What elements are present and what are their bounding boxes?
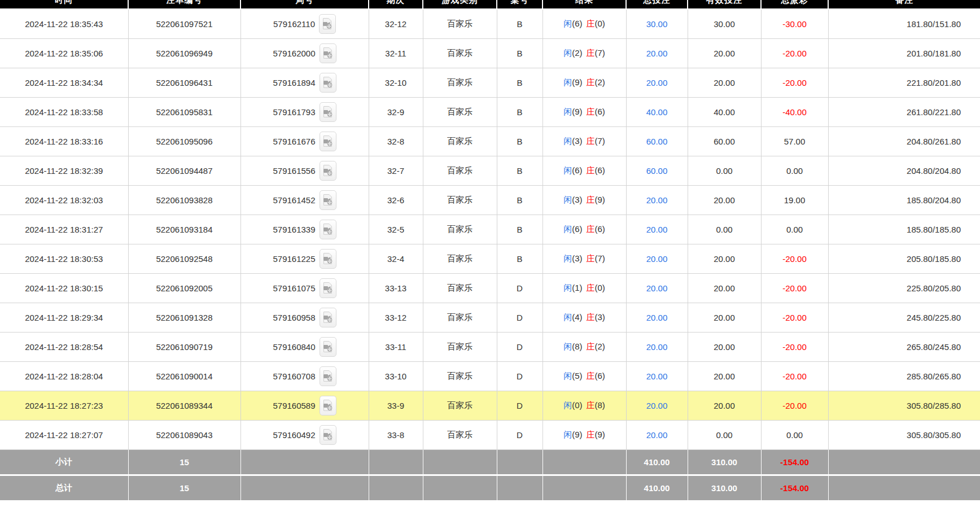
table-row[interactable]: 2024-11-22 18:35:06 522061096949 5791620… [0, 38, 980, 68]
period-cell: 33-12 [369, 303, 423, 332]
video-replay-button[interactable] [320, 43, 336, 63]
round-wrap: 579160492 [243, 425, 366, 445]
balance: 201.80/181.80 [828, 38, 980, 68]
table-row[interactable]: 2024-11-22 18:28:04 522061090014 5791607… [0, 361, 980, 391]
video-replay-button[interactable] [320, 425, 336, 445]
round-no: 579160589 [273, 401, 315, 410]
col-header-game-type-label: 游戏类别 [423, 0, 496, 6]
total-bet[interactable]: 20.00 [626, 185, 688, 215]
subtotal-round-empty [240, 449, 369, 475]
table-row[interactable]: 2024-11-22 18:33:16 522061095096 5791616… [0, 126, 980, 156]
video-replay-button[interactable] [320, 396, 336, 416]
round-no: 579161452 [273, 195, 315, 205]
table-row[interactable]: 2024-11-22 18:35:43 522061097521 5791621… [0, 9, 980, 38]
result-banker-score: (8) [595, 400, 605, 410]
video-replay-button[interactable] [320, 73, 336, 93]
total-bet[interactable]: 30.00 [626, 9, 688, 38]
time-cell: 2024-11-22 18:33:58 [0, 97, 128, 126]
table-row[interactable]: 2024-11-22 18:28:54 522061090719 5791608… [0, 332, 980, 361]
total-bet[interactable]: 20.00 [626, 361, 688, 391]
time-cell: 2024-11-22 18:35:06 [0, 38, 128, 68]
payout: -30.00 [761, 9, 828, 38]
result-banker-label: 庄 [587, 19, 595, 28]
total-bet[interactable]: 40.00 [626, 97, 688, 126]
total-bet[interactable]: 20.00 [626, 420, 688, 449]
total-bet[interactable]: 20.00 [626, 38, 688, 68]
video-replay-button[interactable] [320, 366, 336, 386]
total-bet[interactable]: 20.00 [626, 273, 688, 303]
total-bet[interactable]: 20.00 [626, 244, 688, 273]
time-cell: 2024-11-22 18:27:07 [0, 420, 128, 449]
result-cell: 闲(9)庄(9) [542, 420, 626, 449]
video-replay-button[interactable] [320, 102, 336, 122]
result-banker-score: (6) [595, 224, 605, 234]
col-header-period-label: 期次 [369, 0, 422, 6]
balance: 204.80/204.80 [828, 156, 980, 185]
period-cell: 32-12 [369, 9, 423, 38]
result-banker-score: (0) [595, 19, 605, 28]
grand-total-label: 总计 [0, 475, 128, 500]
total-bet[interactable]: 60.00 [626, 126, 688, 156]
game-type: 百家乐 [423, 273, 497, 303]
balance: 181.80/151.80 [828, 9, 980, 38]
table-row[interactable]: 2024-11-22 18:30:53 522061092548 5791612… [0, 244, 980, 273]
video-replay-button[interactable] [320, 249, 336, 269]
table-row[interactable]: 2024-11-22 18:27:07 522061089043 5791604… [0, 420, 980, 449]
period-cell: 33-8 [369, 420, 423, 449]
total-bet[interactable]: 20.00 [626, 303, 688, 332]
time-cell: 2024-11-22 18:35:43 [0, 9, 128, 38]
video-replay-button[interactable] [320, 220, 336, 239]
table-code: B [497, 185, 542, 215]
result-banker-label: 庄 [587, 283, 595, 292]
table-row[interactable]: 2024-11-22 18:30:15 522061092005 5791610… [0, 273, 980, 303]
header-row: 时间 注单编号 局号 期次 游戏类别 桌号 结果 总投注 有效投注 总派彩 备注 [0, 0, 980, 9]
video-replay-button[interactable] [320, 278, 336, 298]
game-type: 百家乐 [423, 185, 497, 215]
round-no: 579160492 [273, 430, 315, 440]
total-bet[interactable]: 60.00 [626, 156, 688, 185]
subtotal-label: 小计 [0, 449, 128, 475]
subtotal-valid-bet: 310.00 [688, 449, 761, 475]
col-header-period: 期次 [369, 0, 423, 9]
video-replay-button[interactable] [320, 308, 336, 327]
time-cell: 2024-11-22 18:27:23 [0, 391, 128, 420]
video-replay-button[interactable] [320, 337, 336, 357]
table-row[interactable]: 2024-11-22 18:31:27 522061093184 5791613… [0, 215, 980, 244]
col-header-valid-bet-label: 有效投注 [688, 0, 760, 6]
video-replay-button[interactable] [320, 161, 336, 181]
period-cell: 33-9 [369, 391, 423, 420]
table-row[interactable]: 2024-11-22 18:33:58 522061095831 5791617… [0, 97, 980, 126]
table-row[interactable]: 2024-11-22 18:27:23 522061089344 5791605… [0, 391, 980, 420]
period-cell: 32-11 [369, 38, 423, 68]
round-cell: 579160958 [240, 303, 369, 332]
video-replay-icon [322, 194, 333, 205]
order-no: 522061093828 [128, 185, 240, 215]
video-replay-button[interactable] [320, 190, 336, 210]
result-player-score: (5) [572, 371, 582, 381]
balance: 225.80/205.80 [828, 273, 980, 303]
result-banker-label: 庄 [587, 48, 595, 58]
valid-bet: 60.00 [688, 126, 761, 156]
grand-total-remark-empty [828, 475, 980, 500]
time-cell: 2024-11-22 18:29:34 [0, 303, 128, 332]
total-bet[interactable]: 20.00 [626, 391, 688, 420]
round-cell: 579162000 [240, 38, 369, 68]
table-row[interactable]: 2024-11-22 18:32:39 522061094487 5791615… [0, 156, 980, 185]
table-row[interactable]: 2024-11-22 18:32:03 522061093828 5791614… [0, 185, 980, 215]
video-replay-button[interactable] [319, 14, 336, 34]
round-no: 579161676 [273, 137, 315, 146]
total-bet[interactable]: 20.00 [626, 332, 688, 361]
payout: 0.00 [761, 156, 828, 185]
col-header-remark: 备注 [828, 0, 980, 9]
result-banker-label: 庄 [587, 195, 595, 204]
result-player-score: (3) [572, 253, 582, 263]
time-cell: 2024-11-22 18:31:27 [0, 215, 128, 244]
result-player-label: 闲 [563, 312, 572, 322]
game-type: 百家乐 [423, 391, 497, 420]
total-bet[interactable]: 20.00 [626, 215, 688, 244]
table-row[interactable]: 2024-11-22 18:34:34 522061096431 5791618… [0, 68, 980, 97]
table-row[interactable]: 2024-11-22 18:29:34 522061091328 5791609… [0, 303, 980, 332]
round-no: 579161894 [273, 78, 315, 88]
total-bet[interactable]: 20.00 [626, 68, 688, 97]
video-replay-button[interactable] [320, 132, 336, 151]
